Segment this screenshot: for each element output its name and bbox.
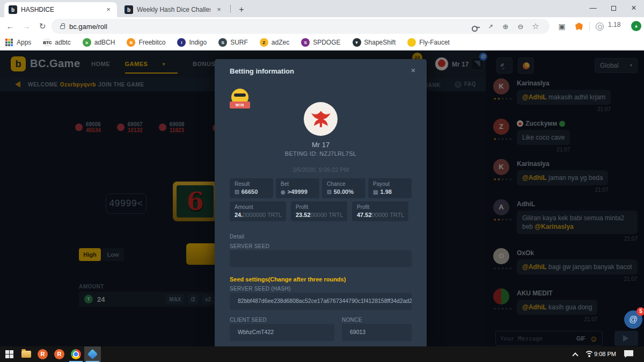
stat-label: Result [235, 181, 268, 187]
bookmark-list: BTC adbtc b adBCH B Freebitco I Indigo [43, 38, 462, 47]
modal-close-icon[interactable]: × [408, 66, 418, 75]
apps-grid-icon [5, 39, 13, 46]
bookmark-item[interactable]: S SPDOGE [301, 38, 340, 47]
clock[interactable]: 9:08 PM [594, 351, 616, 357]
address-bar[interactable]: bc.game/roll ↗ ⊕ ⊖ ☆ [52, 19, 550, 34]
tab-close-icon[interactable]: × [104, 5, 113, 14]
server-seed-hash-field[interactable]: 82bbf487d6ee238d6808ac52ce17a6767344790c… [230, 293, 412, 310]
tab-favicon: b [125, 5, 133, 14]
new-tab-button[interactable]: + [236, 4, 247, 15]
chevron-up-icon [572, 352, 578, 358]
stat-icon: ⚄ [235, 189, 239, 195]
nonce-field[interactable]: 69013 [342, 324, 412, 341]
bookmark-label: SURF [230, 39, 248, 46]
tab-close-icon[interactable]: × [215, 5, 223, 14]
window-close-button[interactable]: × [624, 0, 644, 16]
player-name: Mr 17 [215, 141, 427, 149]
bookmark-label: Fly-Faucet [419, 39, 450, 46]
bookmark-item[interactable]: Fly-Faucet [407, 38, 450, 47]
bookmark-favicon [407, 38, 416, 47]
r-app-button-1[interactable]: R [34, 346, 51, 362]
start-button[interactable] [1, 346, 18, 362]
reload-button[interactable]: ↻ [35, 19, 49, 33]
bookmark-label: adBCH [94, 39, 115, 46]
bookmark-item[interactable]: Z adZec [260, 38, 289, 47]
bookmark-item[interactable]: B Freebitco [127, 38, 165, 47]
bookmark-favicon: S [218, 38, 227, 47]
chrome-icon [71, 349, 81, 359]
windows-taskbar: R R 9:08 PM [0, 346, 644, 362]
extension-separator [589, 22, 590, 31]
tab-favicon: b [9, 5, 17, 14]
bookmark-item[interactable]: S SURF [218, 38, 248, 47]
tab-weekly-challenge[interactable]: b Weekly Hash Dice Challenge - Se × [120, 2, 228, 17]
window-minimize-button[interactable]: — [583, 0, 603, 16]
amount-box-label: Amount [235, 204, 281, 210]
green-extension-icon[interactable]: ▲ [631, 21, 641, 31]
tab-hashdice[interactable]: b HASHDICE × [4, 2, 117, 17]
client-seed-field[interactable]: WbhzCmT422 [230, 324, 334, 341]
apps-shortcut[interactable]: Apps [5, 39, 31, 46]
password-key-icon[interactable] [468, 23, 483, 31]
bookmark-favicon: S [301, 38, 310, 47]
bookmark-item[interactable]: BTC adbtc [43, 38, 70, 47]
bookmark-label: adZec [272, 39, 289, 46]
extension-cube-icon[interactable]: ▣ [556, 20, 568, 32]
amount-bold: 23.52 [296, 212, 311, 218]
stat-icon: ▤ [373, 189, 378, 195]
bookmark-star-icon[interactable]: ☆ [528, 21, 543, 31]
zoom-out-icon[interactable]: ⊖ [513, 23, 528, 31]
stat-value: >49999 [288, 189, 308, 195]
wifi-icon [584, 351, 594, 358]
betting-information-modal: Betting information × WIN Mr 17 BETING I… [215, 59, 427, 346]
stat-value: 66650 [241, 189, 258, 195]
forward-button[interactable]: → [19, 19, 33, 33]
stat-box: Chance ⚄50.00% [322, 178, 365, 198]
chrome-taskbar-button[interactable] [68, 346, 84, 362]
win-badge: WIN [230, 89, 250, 110]
phoenix-icon [310, 108, 332, 131]
amount-box: Profit 47.5200000TRTL [352, 201, 408, 221]
open-in-new-icon[interactable]: ↗ [483, 23, 498, 30]
r-app-button-2[interactable]: R [51, 346, 68, 362]
tab-title: Weekly Hash Dice Challenge - Se [137, 6, 210, 13]
window-restore-button[interactable] [603, 0, 624, 16]
detail-label: Detail [230, 234, 244, 240]
bookmark-item[interactable]: ▼ ShapeShift [353, 38, 396, 47]
betting-id: BETING ID: NZJ7LRL7SL [215, 150, 427, 157]
browser-tab-strip: b HASHDICE × b Weekly Hash Dice Challeng… [0, 0, 644, 17]
metamask-icon[interactable] [573, 20, 585, 32]
bookmark-favicon: B [127, 38, 135, 47]
stat-label: Bet [281, 181, 314, 187]
back-button[interactable]: ← [3, 19, 17, 33]
zoom-in-icon[interactable]: ⊕ [498, 23, 513, 31]
bookmark-favicon: I [177, 38, 186, 47]
file-explorer-button[interactable] [18, 346, 34, 362]
server-seed-label: SERVER SEED [230, 243, 269, 249]
bookmark-item[interactable]: b adBCH [83, 38, 115, 47]
bookmark-favicon: BTC [43, 38, 52, 47]
amount-bold: 47.52 [357, 212, 372, 218]
active-app-button[interactable] [84, 346, 101, 362]
tab-title: HASHDICE [21, 6, 100, 13]
bookmark-item[interactable]: I Indigo [177, 38, 207, 47]
url-text[interactable]: bc.game/roll [69, 23, 468, 31]
screen: b HASHDICE × b Weekly Hash Dice Challeng… [0, 0, 644, 362]
amount-currency: TRTL [267, 212, 282, 218]
notification-center-icon[interactable] [624, 350, 633, 358]
stat-label: Payout [373, 181, 407, 187]
server-seed-hash-label: SERVER SEED (HASH) [230, 286, 291, 292]
r-app-icon: R [38, 349, 48, 359]
server-seed-field[interactable] [230, 250, 412, 267]
browser-toolbar: ← → ↻ bc.game/roll ↗ ⊕ ⊖ ☆ ▣ 1.18 ▲ [0, 17, 644, 35]
restore-icon [611, 6, 616, 11]
amount-box-label: Profit [296, 204, 342, 210]
amount-dim: 00000 [372, 212, 389, 218]
seed-settings-heading: Seed settings(Change after three rounds) [230, 276, 346, 283]
stat-box: Payout ▤1.98 [368, 178, 412, 198]
bookmark-favicon: Z [260, 38, 268, 47]
app-icon [87, 349, 98, 359]
stat-value: 50.00% [334, 189, 354, 195]
coin-extension-icon[interactable] [594, 20, 605, 32]
amount-currency: TRTL [390, 212, 404, 218]
